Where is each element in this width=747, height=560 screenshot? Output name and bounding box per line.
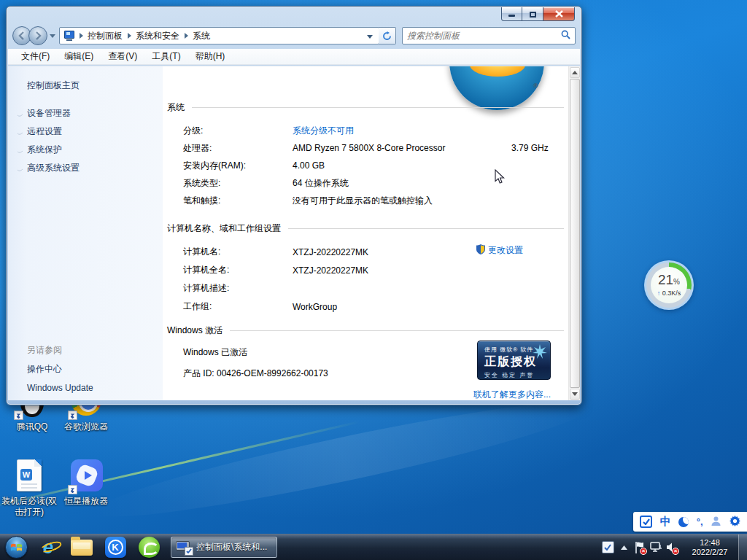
media-player-icon [69,459,103,493]
recent-pages-dropdown[interactable] [49,34,56,38]
genuine-star-icon [532,343,548,359]
row-label: 计算机全名: [183,264,293,276]
start-button[interactable] [3,534,29,560]
task-arrow-icon [17,165,23,171]
address-bar[interactable]: 控制面板 系统和安全 系统 [59,27,379,44]
sidebar-item-home[interactable]: 控制面板主页 [27,79,80,92]
ime-mode-chinese[interactable]: 中 [660,515,671,529]
row-processor: 处理器: AMD Ryzen 7 5800X 8-Core Processor … [167,139,564,157]
taskbar-explorer-icon[interactable] [67,534,96,560]
sidebar-item-remote-settings[interactable]: 远程设置 [27,122,80,141]
scrollbar-thumb[interactable] [570,79,580,388]
memory-percent: 21 [658,272,673,287]
row-label: 工作组: [183,300,293,313]
section-rule [288,228,564,229]
taskbar: e K 控制面板\系统和... × [0,534,747,560]
ime-user-icon[interactable] [711,516,721,529]
breadcrumb-control-panel[interactable]: 控制面板 [83,30,127,42]
row-computer-fullname: 计算机全名: XTZJ-20220227MK [167,261,564,279]
sidebar-item-advanced-settings[interactable]: 高级系统设置 [27,159,80,177]
taskbar-ie-icon[interactable]: e [34,534,63,560]
learn-more-link[interactable]: 联机了解更多内容... [473,389,551,400]
vertical-scrollbar[interactable] [568,66,580,400]
address-dropdown-icon[interactable] [363,31,377,41]
forward-button[interactable] [28,26,47,45]
menu-help[interactable]: 帮助(H) [188,49,233,64]
desktop-icon-player[interactable]: 恒星播放器 [55,459,117,507]
menu-edit[interactable]: 编辑(E) [57,49,101,64]
ime-fullwidth-moon-icon[interactable] [678,517,689,527]
search-icon[interactable] [561,30,570,42]
section-title: 计算机名称、域和工作组设置 [167,222,281,235]
sidebar-item-device-manager[interactable]: 设备管理器 [27,104,80,122]
row-pen-touch: 笔和触摸: 没有可用于此显示器的笔或触控输入 [167,192,564,209]
sidebar-item-label: 远程设置 [27,125,62,138]
maximize-button[interactable] [522,7,543,21]
memory-speed-ball-widget[interactable]: 21% ↑ 0.3K/s [644,260,694,310]
row-value: 4.00 GB [293,160,325,171]
sidebar-item-system-protection[interactable]: 系统保护 [27,141,80,159]
search-box[interactable] [402,27,576,44]
menu-bar: 文件(F) 编辑(E) 查看(V) 工具(T) 帮助(H) [8,49,580,65]
row-value: WorkGroup [293,302,337,312]
ime-logo-icon[interactable] [640,516,652,528]
tray-checker-icon[interactable] [600,534,616,560]
sidebar-item-windows-update[interactable]: Windows Update [27,378,93,397]
row-computer-description: 计算机描述: [167,279,564,298]
taskbar-clock[interactable]: 12:48 2022/2/27 [684,538,735,557]
desktop-icon-label: 装机后必读(双击打开) [0,496,60,518]
taskbar-k-app-icon[interactable]: K [101,534,130,560]
navigation-bar: 控制面板 系统和安全 系统 [12,25,576,47]
shortcut-arrow-icon [14,411,23,420]
desktop-icon-readme[interactable]: W 装机后必读(双击打开) [0,459,60,518]
show-hidden-icons-button[interactable] [616,534,632,560]
sidebar-item-label: 设备管理器 [27,107,71,120]
minimize-button[interactable] [501,7,522,21]
menu-file[interactable]: 文件(F) [14,49,57,64]
desktop-icon-label: 腾讯QQ [1,421,63,432]
error-badge: × [640,548,647,555]
cpu-frequency: 3.79 GHz [511,143,549,153]
ime-punctuation-icon[interactable]: °, [697,516,703,527]
scroll-up-button[interactable] [570,67,580,78]
breadcrumb-system[interactable]: 系统 [188,30,214,42]
task-arrow-icon [17,147,23,153]
progress-ring: 21% ↑ 0.3K/s [646,262,692,308]
row-rating: 分级: 系统分级不可用 [167,122,564,139]
clock-date: 2022/2/27 [684,548,735,557]
genuine-windows-badge[interactable]: 使用 微软® 软件 正版授权 安全 稳定 声誉 [477,341,551,380]
sidebar-item-label: 系统保护 [27,144,62,156]
rating-unavailable-link[interactable]: 系统分级不可用 [293,125,354,137]
close-button[interactable] [543,7,575,21]
menu-tools[interactable]: 工具(T) [144,49,187,64]
control-panel-system-window: 控制面板 系统和安全 系统 文件(F) 编辑(E) [6,6,582,405]
wallpaper-streak [88,385,597,534]
row-label: 计算机描述: [183,282,293,295]
refresh-button[interactable] [379,27,396,44]
network-icon[interactable] [648,534,664,560]
percent-sign: % [673,278,680,286]
section-title: 系统 [167,101,185,114]
show-desktop-button[interactable] [738,534,747,560]
row-computer-name: 计算机名: XTZJ-20220227MK [167,243,564,261]
windows-flag-icon [10,541,23,553]
action-center-flag-icon[interactable]: × [632,534,648,560]
screen: 腾讯QQ 谷歌浏览器 W 装机后必读(双击打开) 恒星播放器 [0,0,747,560]
section-computer-name: 计算机名称、域和工作组设置 更改设置 [167,222,564,316]
row-label: 分级: [183,125,293,137]
scroll-down-button[interactable] [570,389,580,400]
breadcrumb-system-security[interactable]: 系统和安全 [131,30,184,42]
sidebar-item-action-center[interactable]: 操作中心 [27,359,93,378]
active-task-button[interactable]: 控制面板\系统和... [171,537,277,558]
ime-settings-gear-icon[interactable] [729,516,740,529]
desktop-icon-label: 谷歌浏览器 [55,421,117,432]
row-label: 计算机名: [183,246,293,258]
sidebar-see-also: 另请参阅 操作中心 Windows Update [27,341,93,397]
main-content: ® 系统 分级: 系统分级不可用 处理器: AMD Ry [163,66,568,400]
section-rule [230,330,564,331]
taskbar-browser360-icon[interactable] [134,534,163,560]
search-input[interactable] [407,31,561,41]
volume-muted-icon[interactable]: × [664,534,680,560]
section-rule [192,107,564,108]
menu-view[interactable]: 查看(V) [101,49,144,64]
